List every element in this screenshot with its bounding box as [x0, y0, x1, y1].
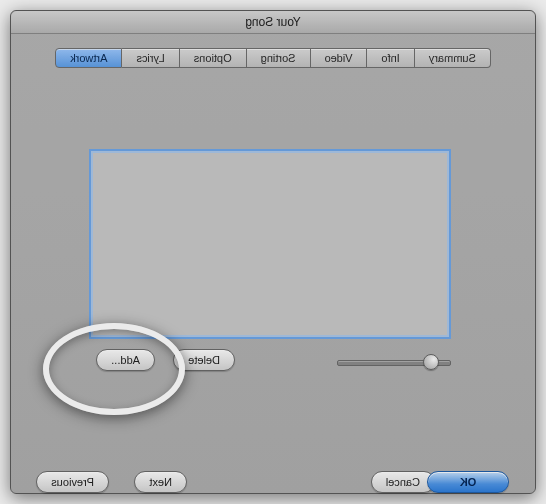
tab-info[interactable]: Info [367, 48, 414, 68]
previous-button[interactable]: Previous [36, 471, 109, 493]
next-button[interactable]: Next [134, 471, 187, 493]
add-button[interactable]: Add... [96, 349, 155, 371]
dialog-window: Your Song Summary Info Video Sorting Opt… [10, 10, 536, 494]
tab-lyrics[interactable]: Lyrics [122, 48, 179, 68]
window-title: Your Song [11, 11, 535, 34]
tab-bar: Summary Info Video Sorting Options Lyric… [11, 48, 535, 68]
tab-summary[interactable]: Summary [415, 48, 491, 68]
tab-artwork[interactable]: Artwork [55, 48, 122, 68]
artwork-well[interactable] [89, 149, 451, 339]
ok-button[interactable]: OK [427, 471, 509, 493]
artwork-size-slider[interactable] [339, 355, 451, 369]
tab-video[interactable]: Video [311, 48, 368, 68]
delete-button[interactable]: Delete [173, 349, 235, 371]
slider-thumb[interactable] [423, 354, 439, 370]
cancel-button[interactable]: Cancel [371, 471, 435, 493]
tab-options[interactable]: Options [180, 48, 247, 68]
tab-sorting[interactable]: Sorting [247, 48, 311, 68]
